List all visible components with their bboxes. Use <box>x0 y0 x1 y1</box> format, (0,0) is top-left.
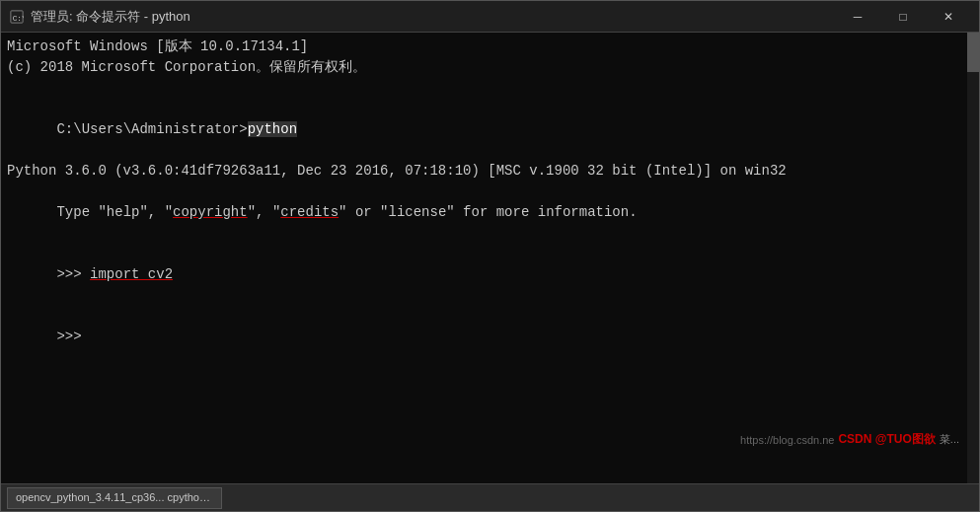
terminal-line-6: Type "help", "copyright", "credits" or "… <box>7 182 973 244</box>
type-text-mid1: ", " <box>248 204 281 220</box>
python-cmd: python <box>248 121 297 137</box>
window: C:\ 管理员: 命令提示符 - python ─ □ ✕ Microsoft … <box>0 0 980 512</box>
minimize-button[interactable]: ─ <box>835 1 880 33</box>
title-bar: C:\ 管理员: 命令提示符 - python ─ □ ✕ <box>1 1 979 33</box>
title-bar-text: 管理员: 命令提示符 - python <box>31 8 835 26</box>
maximize-button[interactable]: □ <box>880 1 926 33</box>
taskbar-strip: opencv_python_3.4.11_cp36... cpython-win… <box>1 483 979 511</box>
scrollbar-thumb <box>967 33 979 72</box>
watermark-csdn: CSDN @TUO图欲 <box>838 431 935 448</box>
credits-text: credits <box>280 204 339 220</box>
taskbar-item[interactable]: opencv_python_3.4.11_cp36... cpython-win… <box>7 487 222 509</box>
title-bar-controls: ─ □ ✕ <box>835 1 971 33</box>
terminal-content: Microsoft Windows [版本 10.0.17134.1] (c) … <box>1 33 979 483</box>
type-text-mid2: " or "license" for more information. <box>339 204 637 220</box>
prompt-2: >>> <box>56 329 90 344</box>
scrollbar[interactable] <box>967 33 979 483</box>
svg-text:C:\: C:\ <box>13 13 24 22</box>
terminal-line-5: Python 3.6.0 (v3.6.0:41df79263a11, Dec 2… <box>7 161 973 182</box>
terminal-line-3 <box>7 78 973 99</box>
watermark: https://blog.csdn.ne CSDN @TUO图欲 菜... <box>740 431 959 448</box>
terminal-line-8: >>> <box>7 306 973 368</box>
prompt-1: >>> <box>56 266 90 282</box>
taskbar-item-text: opencv_python_3.4.11_cp36... cpython-win… <box>16 490 213 505</box>
path-text: C:\Users\Administrator> <box>56 121 247 137</box>
terminal-line-1: Microsoft Windows [版本 10.0.17134.1] <box>7 37 973 57</box>
type-text-prefix: Type "help", " <box>56 204 173 220</box>
watermark-suffix: 菜... <box>940 432 959 447</box>
terminal-line-4: C:\Users\Administrator>python <box>7 99 973 161</box>
terminal-line-2: (c) 2018 Microsoft Corporation。保留所有权利。 <box>7 57 973 78</box>
copyright-text: copyright <box>173 204 248 220</box>
close-button[interactable]: ✕ <box>926 1 971 33</box>
watermark-url: https://blog.csdn.ne <box>740 434 834 446</box>
import-cv2-cmd: import cv2 <box>90 266 173 282</box>
terminal-icon: C:\ <box>9 9 25 25</box>
terminal-line-7: >>> import cv2 <box>7 244 973 306</box>
